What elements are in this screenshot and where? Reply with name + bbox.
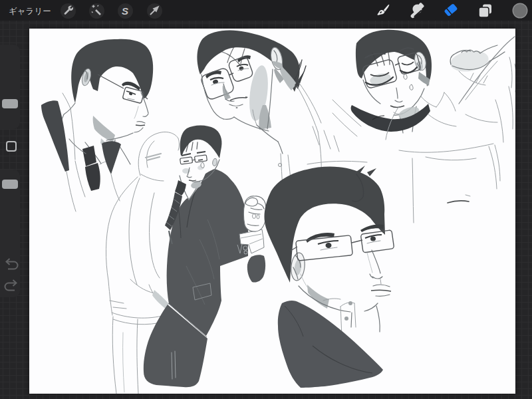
svg-text:S: S	[122, 5, 128, 17]
